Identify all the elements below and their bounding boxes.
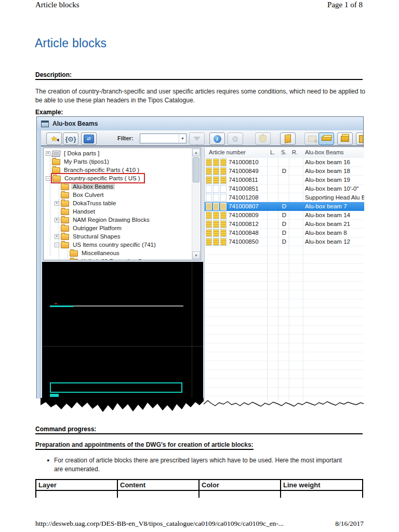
tree-item[interactable]: My Parts (tipos1) xyxy=(44,157,192,166)
plank-view-button[interactable] xyxy=(356,132,363,145)
window-icon xyxy=(41,121,49,127)
preview-beam-line xyxy=(73,305,183,307)
article-number: 741001208 xyxy=(229,194,259,201)
scroll-up-arrow[interactable]: ▲ xyxy=(192,149,200,156)
article-row[interactable]: 741000848DAlu-box beam 8 xyxy=(205,229,364,237)
article-row[interactable]: 741000807DAlu-box beam 7 xyxy=(205,202,364,211)
column-header[interactable]: Article number xyxy=(209,149,246,155)
bullet-icon: ● xyxy=(47,456,54,474)
tree-item[interactable]: Outrigger Platform xyxy=(44,224,192,232)
article-icon-filled xyxy=(206,176,212,184)
search-button[interactable]: {⊙} xyxy=(63,132,78,145)
article-icons xyxy=(206,185,228,193)
tree-item-label: Handset xyxy=(71,208,97,215)
layer-table-empty-cell xyxy=(281,491,362,498)
tree-item[interactable]: -US Items country specific (741) xyxy=(44,241,192,249)
column-header[interactable]: L. xyxy=(270,149,275,155)
article-icon-filled xyxy=(213,176,219,184)
tree-expander-spacer xyxy=(55,226,59,231)
article-row[interactable]: 741000850DAlu-box beam 12 xyxy=(205,237,364,246)
cad-preview-panel[interactable] xyxy=(42,262,203,399)
tree-item[interactable]: -Country-specific Parts ( US ) xyxy=(44,174,192,182)
article-icon-filled xyxy=(220,203,227,210)
tree-item[interactable]: Miscellaneous xyxy=(44,249,192,257)
book-icon xyxy=(52,150,60,157)
tree-item[interactable]: Box Culvert xyxy=(44,191,192,199)
window-frame-edge xyxy=(37,130,41,398)
description-rule xyxy=(35,79,363,80)
box-view-button[interactable] xyxy=(337,132,353,145)
column-header[interactable]: R. xyxy=(292,149,298,155)
folder-icon xyxy=(52,175,61,182)
flat-box-view-button[interactable] xyxy=(318,132,334,145)
tree-item[interactable]: +[ Doka parts ] xyxy=(44,149,192,157)
article-name: Alu-box beam 19 xyxy=(305,177,350,183)
article-icon-filled xyxy=(220,220,227,228)
scrollbar-thumb[interactable] xyxy=(193,157,200,182)
article-icons xyxy=(206,203,228,210)
tree-expander[interactable]: - xyxy=(46,176,50,181)
column-header[interactable]: S. xyxy=(281,149,286,155)
toolbar: Filter: ▼ ★{⊙}⇄i⚙ xyxy=(41,130,363,147)
favorites-icon: ★ xyxy=(50,135,57,142)
tree-item-label: [ Doka parts ] xyxy=(62,150,101,156)
tree-item[interactable]: Xclimb 60 Protection S xyxy=(44,257,192,260)
article-number: 741000809 xyxy=(229,212,259,218)
preview-beam-rectangle xyxy=(50,382,182,393)
info-button[interactable]: i xyxy=(209,132,225,145)
filter-funnel-button[interactable] xyxy=(189,132,205,145)
article-icon-filled xyxy=(213,211,219,219)
header-document-title: Article blocks xyxy=(35,1,79,9)
price-icon xyxy=(259,135,267,142)
article-row[interactable]: 741000811Alu-box beam 19 xyxy=(205,176,364,184)
tree-expander[interactable]: + xyxy=(55,218,59,222)
article-icons xyxy=(206,176,228,184)
tree-item[interactable]: Handset xyxy=(44,207,192,216)
tree-expander-spacer xyxy=(55,209,59,214)
plank-view-icon xyxy=(359,135,363,143)
article-icon-filled xyxy=(213,220,219,228)
tree-item[interactable]: Branch-specific Parts ( 410 ) xyxy=(44,166,192,174)
tree-item-label: DokaTruss table xyxy=(71,200,117,206)
tree-item[interactable]: Alu-box Beams xyxy=(44,182,192,191)
article-number: 741000812 xyxy=(229,221,259,227)
window-titlebar[interactable]: Alu-box Beams xyxy=(37,117,363,131)
tree-expander-spacer xyxy=(55,184,59,189)
folder-icon xyxy=(52,166,60,174)
catalog-folder-button[interactable] xyxy=(280,132,296,145)
price-button[interactable] xyxy=(255,132,271,145)
col-s-value: D xyxy=(280,221,289,227)
article-row[interactable]: 741000810Alu-box beam 16 xyxy=(205,158,364,167)
flat-box-view-icon xyxy=(322,137,331,141)
scroll-down-arrow[interactable]: ▼ xyxy=(192,251,200,259)
article-row[interactable]: 741000849DAlu-box beam 18 xyxy=(205,167,364,176)
tree-item[interactable]: +DokaTruss table xyxy=(44,199,192,207)
filter-combobox[interactable]: ▼ xyxy=(140,134,187,143)
window-title: Alu-box Beams xyxy=(52,120,98,127)
chevron-down-icon[interactable]: ▼ xyxy=(179,135,186,142)
layer-table: LayerContentColorLine weight xyxy=(35,479,363,498)
tree-item-label: Branch-specific Parts ( 410 ) xyxy=(62,167,141,173)
tree-scrollbar[interactable]: ▲ ▼ xyxy=(192,149,200,259)
tree-item[interactable]: +NAM Region Drawing Blocks xyxy=(44,216,192,224)
tree-item-label: Miscellaneous xyxy=(80,250,121,256)
folder-settings-button[interactable] xyxy=(304,132,320,145)
tree-expander[interactable]: + xyxy=(55,234,59,239)
tree-expander[interactable]: + xyxy=(55,201,59,206)
layer-table-empty-cell xyxy=(118,491,200,498)
article-row[interactable]: 741001208Supporting Head Alu B xyxy=(205,193,364,202)
fit-view-button[interactable]: ⇄ xyxy=(81,132,97,145)
tree-item[interactable]: +Structural Shapes xyxy=(44,232,192,241)
article-name: Alu-box beam 12 xyxy=(305,238,350,245)
tree-expander[interactable]: - xyxy=(55,243,59,247)
description-label: Description: xyxy=(35,71,72,78)
article-icon-filled xyxy=(220,167,227,175)
column-header[interactable]: Alu-box Beams xyxy=(305,149,344,155)
favorites-button[interactable]: ★ xyxy=(46,132,62,145)
settings-button[interactable]: ⚙ xyxy=(228,132,243,145)
article-row[interactable]: 741000812DAlu-box beam 21 xyxy=(205,220,364,229)
article-row[interactable]: 741000851Alu-box beam 10'-0" xyxy=(205,184,364,193)
tree-expander[interactable]: + xyxy=(46,151,50,156)
article-row[interactable]: 741000809DAlu-box beam 14 xyxy=(205,211,364,220)
col-s-value: D xyxy=(280,168,289,174)
